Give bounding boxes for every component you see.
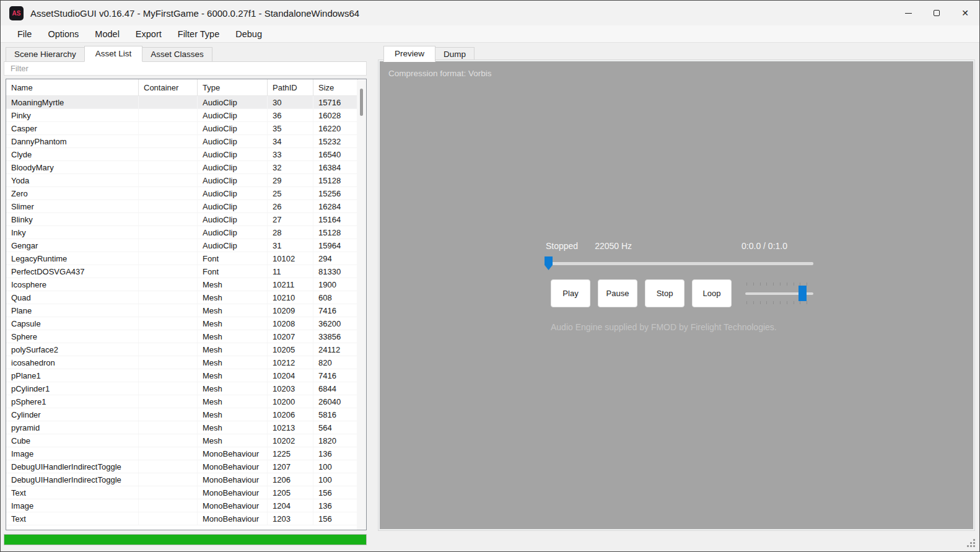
- table-row[interactable]: Cube Mesh 10202 1820: [6, 434, 357, 447]
- tab-asset-classes[interactable]: Asset Classes: [142, 47, 212, 62]
- pause-button[interactable]: Pause: [598, 279, 637, 307]
- table-row[interactable]: Pinky AudioClip 36 16028: [6, 109, 357, 122]
- table-row[interactable]: Gengar AudioClip 31 15964: [6, 239, 357, 252]
- cell-type: MonoBehaviour: [198, 460, 268, 473]
- app-icon: AS: [9, 6, 24, 20]
- cell-type: AudioClip: [198, 122, 268, 134]
- column-header-type[interactable]: Type: [198, 79, 268, 95]
- cell-name: Zero: [6, 187, 139, 199]
- cell-container: [139, 499, 198, 512]
- cell-container: [139, 135, 198, 147]
- tab-asset-list[interactable]: Asset List: [84, 46, 143, 62]
- menu-debug[interactable]: Debug: [227, 25, 270, 42]
- cell-container: [139, 421, 198, 434]
- table-row[interactable]: pSphere1 Mesh 10200 26040: [6, 395, 357, 408]
- filter-input[interactable]: [4, 61, 367, 76]
- stop-button[interactable]: Stop: [645, 279, 685, 307]
- table-row[interactable]: Icosphere Mesh 10211 1900: [6, 278, 357, 291]
- cell-size: 1900: [313, 278, 357, 291]
- close-icon: ✕: [961, 9, 969, 17]
- volume-thumb[interactable]: [798, 286, 807, 301]
- cell-pathid: 10200: [268, 395, 313, 408]
- table-row[interactable]: DebugUIHandlerIndirectToggle MonoBehavio…: [6, 460, 357, 473]
- table-row[interactable]: Yoda AudioClip 29 15128: [6, 174, 357, 187]
- table-row[interactable]: DebugUIHandlerIndirectToggle MonoBehavio…: [6, 473, 357, 486]
- cell-size: 81330: [313, 265, 357, 278]
- cell-size: 15256: [313, 187, 357, 199]
- status-progress-bar: [4, 534, 367, 545]
- menu-filter-type[interactable]: Filter Type: [170, 25, 227, 42]
- column-header-size[interactable]: Size: [313, 79, 358, 95]
- table-row[interactable]: Quad Mesh 10210 608: [6, 291, 357, 304]
- table-row[interactable]: Capsule Mesh 10208 36200: [6, 317, 357, 330]
- menu-options[interactable]: Options: [40, 25, 87, 42]
- table-row[interactable]: Image MonoBehaviour 1225 136: [6, 447, 357, 460]
- table-row[interactable]: Clyde AudioClip 33 16540: [6, 148, 357, 161]
- play-button[interactable]: Play: [551, 279, 590, 307]
- cell-pathid: 10210: [268, 291, 313, 304]
- table-row[interactable]: Inky AudioClip 28 15128: [6, 226, 357, 239]
- cell-pathid: 10208: [268, 317, 313, 330]
- seek-track[interactable]: [546, 262, 813, 265]
- cell-type: MonoBehaviour: [198, 473, 268, 486]
- menu-file[interactable]: File: [9, 25, 40, 42]
- table-row[interactable]: Text MonoBehaviour 1203 156: [6, 512, 357, 525]
- table-row[interactable]: Slimer AudioClip 26 16284: [6, 200, 357, 213]
- table-row[interactable]: DannyPhantom AudioClip 34 15232: [6, 135, 357, 148]
- table-row[interactable]: pyramid Mesh 10213 564: [6, 421, 357, 434]
- menu-export[interactable]: Export: [128, 25, 170, 42]
- table-row[interactable]: Text MonoBehaviour 1205 156: [6, 486, 357, 499]
- table-row[interactable]: pCylinder1 Mesh 10203 6844: [6, 382, 357, 395]
- cell-size: 7416: [313, 304, 357, 317]
- cell-size: 16284: [313, 200, 357, 212]
- column-header-container[interactable]: Container: [139, 79, 198, 95]
- table-row[interactable]: icosahedron Mesh 10212 820: [6, 356, 357, 369]
- cell-type: AudioClip: [198, 226, 268, 239]
- tab-preview[interactable]: Preview: [383, 46, 435, 62]
- table-row[interactable]: Blinky AudioClip 27 15164: [6, 213, 357, 226]
- table-row[interactable]: Image MonoBehaviour 1204 136: [6, 499, 357, 512]
- maximize-button[interactable]: [922, 1, 951, 25]
- cell-type: Mesh: [198, 317, 268, 330]
- cell-container: [139, 434, 198, 447]
- cell-name: Text: [6, 512, 139, 525]
- minimize-button[interactable]: [894, 1, 922, 25]
- cell-pathid: 10212: [268, 356, 313, 369]
- table-row[interactable]: pPlane1 Mesh 10204 7416: [6, 369, 357, 382]
- column-header-pathid[interactable]: PathID: [268, 79, 313, 95]
- table-row[interactable]: BloodyMary AudioClip 32 16384: [6, 161, 357, 174]
- column-header-name[interactable]: Name: [6, 79, 139, 95]
- table-row[interactable]: Sphere Mesh 10207 33856: [6, 330, 357, 343]
- close-button[interactable]: ✕: [951, 1, 979, 25]
- table-row[interactable]: PerfectDOSVGA437 Font 11 81330: [6, 265, 357, 278]
- table-row[interactable]: MoaningMyrtle AudioClip 30 15716: [6, 96, 357, 109]
- cell-size: 100: [313, 460, 357, 473]
- loop-button[interactable]: Loop: [692, 279, 732, 307]
- table-row[interactable]: polySurface2 Mesh 10205 24112: [6, 343, 357, 356]
- menu-model[interactable]: Model: [87, 25, 128, 42]
- cell-name: pPlane1: [6, 369, 139, 382]
- scrollbar-thumb[interactable]: [360, 89, 363, 116]
- window-title: AssetStudioGUI v0.16.47 - MyFirstGame - …: [30, 8, 359, 19]
- playback-time: 0:0.0 / 0:1.0: [742, 241, 787, 251]
- cell-size: 156: [313, 486, 357, 499]
- table-row[interactable]: Plane Mesh 10209 7416: [6, 304, 357, 317]
- cell-container: [139, 408, 198, 421]
- menu-bar: File Options Model Export Filter Type De…: [1, 25, 979, 43]
- volume-slider[interactable]: [745, 279, 813, 307]
- table-row[interactable]: Casper AudioClip 35 16220: [6, 122, 357, 135]
- seek-thumb[interactable]: [545, 256, 553, 270]
- cell-pathid: 30: [268, 96, 313, 108]
- cell-pathid: 31: [268, 239, 313, 252]
- table-row[interactable]: Cylinder Mesh 10206 5816: [6, 408, 357, 421]
- minimize-icon: [905, 13, 912, 14]
- seek-slider[interactable]: [545, 256, 813, 271]
- cell-pathid: 10206: [268, 408, 313, 421]
- table-row[interactable]: LegacyRuntime Font 10102 294: [6, 252, 357, 265]
- vertical-scrollbar[interactable]: [357, 80, 366, 530]
- resize-grip-icon[interactable]: [967, 539, 975, 547]
- cell-type: Mesh: [198, 382, 268, 395]
- cell-name: DebugUIHandlerIndirectToggle: [6, 460, 139, 473]
- tab-scene-hierarchy[interactable]: Scene Hierarchy: [6, 47, 85, 62]
- table-row[interactable]: Zero AudioClip 25 15256: [6, 187, 357, 200]
